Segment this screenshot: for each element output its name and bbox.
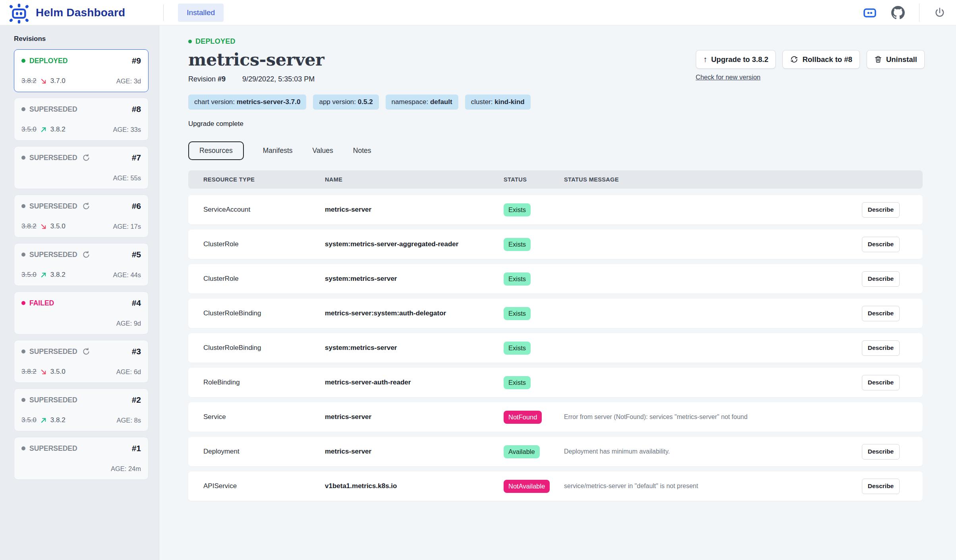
revision-age: AGE: 9d bbox=[116, 320, 141, 327]
support-chat-button[interactable] bbox=[863, 7, 877, 19]
status-dot-icon bbox=[21, 301, 25, 305]
status-dot-icon bbox=[21, 446, 25, 450]
downgrade-arrow-icon bbox=[40, 77, 47, 85]
upgrade-note: Upgrade complete bbox=[188, 120, 531, 128]
revision-card[interactable]: SUPERSEDED #1 AGE: 24m bbox=[14, 437, 149, 480]
rollback-marker-icon bbox=[82, 348, 90, 355]
tab[interactable]: Resources bbox=[188, 141, 244, 160]
revision-age: AGE: 33s bbox=[113, 126, 141, 133]
revisions-heading: Revisions bbox=[14, 35, 149, 43]
shutdown-button[interactable] bbox=[934, 7, 946, 19]
col-name: Name bbox=[325, 176, 504, 183]
revision-age: AGE: 24m bbox=[111, 465, 141, 473]
col-resource-type: Resource type bbox=[203, 176, 325, 183]
table-row: ClusterRole system:metrics-server-aggreg… bbox=[188, 230, 923, 259]
describe-button[interactable]: Describe bbox=[862, 237, 900, 252]
check-new-version-link[interactable]: Check for new version bbox=[696, 73, 761, 81]
revision-status: SUPERSEDED bbox=[21, 251, 90, 259]
robot-chat-icon bbox=[863, 7, 877, 19]
describe-button[interactable]: Describe bbox=[862, 375, 900, 390]
upgrade-button[interactable]: ↑ Upgrade to 3.8.2 bbox=[696, 50, 776, 69]
revision-status: SUPERSEDED bbox=[21, 348, 90, 356]
table-row: Service metrics-server NotFound Error fr… bbox=[188, 402, 923, 432]
revision-card[interactable]: FAILED #4 AGE: 9d bbox=[14, 292, 149, 334]
meta-badge: namespace: default bbox=[386, 95, 458, 110]
table-row: ServiceAccount metrics-server Exists Des… bbox=[188, 195, 923, 224]
revision-status-label: FAILED bbox=[29, 299, 54, 307]
upgrade-arrow-icon bbox=[40, 417, 47, 424]
describe-button[interactable]: Describe bbox=[862, 444, 900, 460]
tab[interactable]: Values bbox=[312, 141, 334, 160]
new-version: 3.8.2 bbox=[50, 271, 66, 279]
describe-button[interactable]: Describe bbox=[862, 271, 900, 287]
upgrade-button-label: Upgrade to 3.8.2 bbox=[711, 55, 769, 64]
nav-tab-installed[interactable]: Installed bbox=[178, 4, 224, 22]
revision-card[interactable]: SUPERSEDED #6 3.8.2 bbox=[14, 195, 149, 238]
top-bar: Helm Dashboard Installed bbox=[0, 0, 956, 25]
github-button[interactable] bbox=[891, 6, 905, 19]
tab[interactable]: Manifests bbox=[262, 141, 294, 160]
tab[interactable]: Notes bbox=[352, 141, 372, 160]
new-version: 3.5.0 bbox=[50, 368, 66, 376]
meta-badge-value: default bbox=[430, 98, 452, 106]
old-version: 3.8.2 bbox=[21, 222, 37, 230]
release-name: metrics-server bbox=[188, 50, 531, 70]
resource-name-cell: system:metrics-server bbox=[325, 275, 504, 283]
status-badge: Exists bbox=[504, 307, 531, 320]
resource-type-cell: ServiceAccount bbox=[203, 206, 325, 214]
status-badge: Available bbox=[504, 445, 540, 458]
describe-button[interactable]: Describe bbox=[862, 340, 900, 356]
status-badge: Exists bbox=[504, 203, 531, 216]
status-badge: NotFound bbox=[504, 411, 542, 424]
col-status-message: Status message bbox=[564, 176, 862, 183]
version-change: 3.8.2 3.5.0 bbox=[21, 222, 66, 231]
uninstall-button[interactable]: Uninstall bbox=[867, 50, 925, 69]
revision-card[interactable]: SUPERSEDED #3 3.8.2 bbox=[14, 340, 149, 383]
rollback-marker-icon bbox=[82, 251, 90, 259]
revision-card[interactable]: SUPERSEDED #2 3.5.0 bbox=[14, 388, 149, 431]
revision-number: #7 bbox=[132, 153, 141, 162]
upgrade-arrow-icon bbox=[40, 126, 47, 133]
revision-number: #3 bbox=[132, 347, 141, 356]
status-message-cell: service/metrics-server in "default" is n… bbox=[564, 483, 862, 490]
table-row: ClusterRoleBinding system:metrics-server… bbox=[188, 333, 923, 363]
old-version: 3.5.0 bbox=[21, 126, 37, 133]
status-dot-icon bbox=[21, 156, 25, 160]
resource-name-cell: system:metrics-server bbox=[325, 344, 504, 352]
status-badge: NotAvailable bbox=[504, 480, 550, 493]
meta-badge-value: metrics-server-3.7.0 bbox=[237, 98, 301, 106]
rollback-marker-icon bbox=[82, 202, 90, 210]
resource-type-cell: Deployment bbox=[203, 448, 325, 456]
revision-card[interactable]: DEPLOYED #9 3.8.2 bbox=[14, 49, 149, 92]
meta-badge: cluster: kind-kind bbox=[465, 95, 531, 110]
revision-card[interactable]: SUPERSEDED #5 3.5.0 bbox=[14, 243, 149, 286]
status-badge: Exists bbox=[504, 272, 531, 286]
uninstall-button-label: Uninstall bbox=[886, 55, 917, 64]
status-dot-icon bbox=[21, 204, 25, 208]
revision-card[interactable]: SUPERSEDED #8 3.5.0 bbox=[14, 98, 149, 141]
describe-button[interactable]: Describe bbox=[862, 479, 900, 494]
meta-badge-label: app version: bbox=[319, 98, 357, 106]
detail-tabs: ResourcesManifestsValuesNotes bbox=[188, 141, 925, 160]
version-change: 3.8.2 3.7.0 bbox=[21, 77, 66, 85]
rollback-button[interactable]: Rollback to #8 bbox=[782, 50, 859, 69]
describe-button[interactable]: Describe bbox=[862, 306, 900, 321]
revision-status-label: SUPERSEDED bbox=[29, 396, 77, 404]
status-dot-icon bbox=[21, 253, 25, 257]
meta-badge-label: cluster: bbox=[471, 98, 495, 106]
revision-number: #4 bbox=[132, 298, 141, 308]
version-change: 3.5.0 3.8.2 bbox=[21, 270, 66, 279]
col-status: Status bbox=[504, 176, 564, 183]
revision-card[interactable]: SUPERSEDED #7 bbox=[14, 146, 149, 189]
brand: Helm Dashboard bbox=[7, 1, 125, 24]
revision-list: DEPLOYED #9 3.8.2 bbox=[14, 49, 149, 480]
new-version: 3.7.0 bbox=[50, 77, 66, 85]
resource-name-cell: v1beta1.metrics.k8s.io bbox=[325, 482, 504, 490]
revision-number: #9 bbox=[132, 56, 141, 66]
describe-button[interactable]: Describe bbox=[862, 202, 900, 218]
power-icon bbox=[934, 7, 946, 19]
table-row: ClusterRole system:metrics-server Exists… bbox=[188, 264, 923, 294]
revision-status: SUPERSEDED bbox=[21, 105, 77, 114]
old-version: 3.5.0 bbox=[21, 271, 37, 279]
resource-name-cell: metrics-server bbox=[325, 448, 504, 456]
